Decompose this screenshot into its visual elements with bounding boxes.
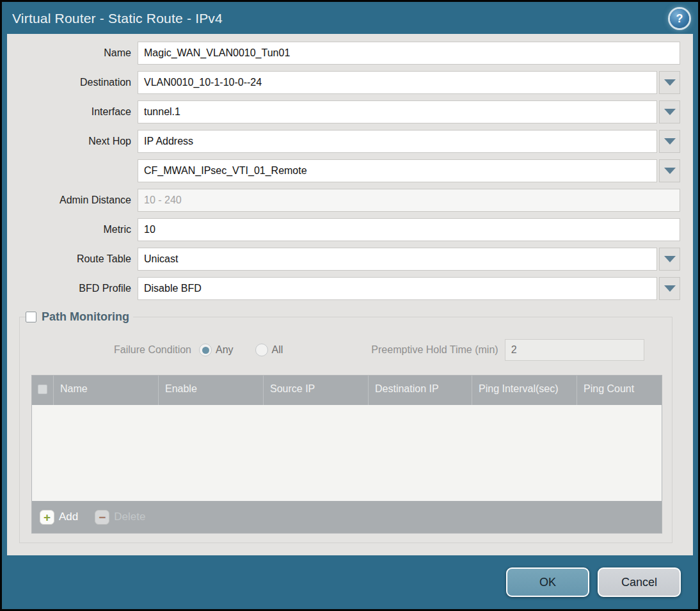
form-row-destination: Destination [7, 71, 680, 94]
interface-dropdown-button[interactable] [659, 100, 680, 123]
path-monitoring-table: Name Enable Source IP Destination IP Pin… [31, 375, 662, 534]
form-row-interface: Interface [7, 100, 680, 123]
form-row-next-hop: Next Hop [7, 130, 680, 153]
add-button[interactable]: + Add [40, 510, 78, 525]
table-toolbar: + Add − Delete [32, 501, 662, 533]
chevron-down-icon [664, 138, 676, 145]
dialog-footer: OK Cancel [2, 555, 698, 609]
failure-condition-label: Failure Condition [25, 344, 199, 356]
chevron-down-icon [664, 168, 676, 174]
next-hop-label: Next Hop [7, 136, 138, 147]
bfd-profile-input[interactable] [138, 277, 657, 300]
bfd-profile-label: BFD Profile [7, 283, 138, 294]
bfd-profile-dropdown-button[interactable] [659, 277, 680, 300]
select-all-checkbox [38, 385, 47, 394]
ok-button[interactable]: OK [506, 567, 589, 597]
metric-label: Metric [7, 224, 138, 235]
dialog-window: Virtual Router - Static Route - IPv4 ? N… [0, 0, 700, 611]
destination-input[interactable] [138, 71, 657, 94]
chevron-down-icon [664, 285, 676, 292]
delete-button: − Delete [95, 510, 145, 525]
path-monitoring-title: Path Monitoring [42, 310, 129, 324]
form-row-metric: Metric [7, 218, 680, 241]
failure-condition-all-option: All [255, 344, 283, 356]
form-row-route-table: Route Table [7, 248, 680, 271]
metric-input[interactable] [138, 218, 680, 241]
column-header-enable: Enable [159, 376, 264, 405]
admin-distance-label: Admin Distance [7, 194, 138, 206]
route-table-label: Route Table [7, 253, 138, 265]
preemptive-hold-time-label: Preemptive Hold Time (min) [371, 344, 504, 356]
chevron-down-icon [664, 79, 676, 86]
interface-input[interactable] [138, 100, 657, 123]
interface-label: Interface [7, 106, 138, 118]
dialog-content: Name Destination Interface Next Hop [7, 34, 693, 555]
form-row-next-hop-address [7, 159, 680, 182]
name-input[interactable] [138, 42, 680, 65]
route-table-dropdown-button[interactable] [659, 248, 680, 271]
form-row-name: Name [7, 42, 680, 65]
radio-any-icon [199, 344, 212, 356]
cancel-button[interactable]: Cancel [598, 567, 681, 597]
table-header: Name Enable Source IP Destination IP Pin… [32, 376, 662, 405]
radio-all-label: All [272, 344, 283, 356]
form-row-admin-distance: Admin Distance [7, 189, 680, 212]
next-hop-dropdown-button[interactable] [659, 130, 680, 153]
add-button-label: Add [59, 511, 78, 523]
help-icon[interactable]: ? [670, 9, 689, 28]
path-monitoring-legend: Path Monitoring [26, 310, 133, 324]
delete-icon: − [95, 510, 109, 525]
admin-distance-input[interactable] [138, 189, 680, 212]
preemptive-hold-time-input [505, 339, 644, 361]
column-header-ping-interval: Ping Interval(sec) [472, 376, 577, 405]
delete-button-label: Delete [114, 511, 145, 523]
failure-condition-row: Failure Condition Any All Preemptive Hol… [25, 339, 662, 361]
add-icon: + [40, 510, 54, 525]
table-body-empty [32, 405, 662, 501]
radio-all-icon [255, 344, 268, 356]
route-table-input[interactable] [138, 248, 657, 271]
next-hop-address-dropdown-button[interactable] [659, 159, 680, 182]
next-hop-type-input[interactable] [138, 130, 657, 153]
path-monitoring-checkbox[interactable] [26, 312, 36, 322]
column-header-source-ip: Source IP [264, 376, 369, 405]
title-bar: Virtual Router - Static Route - IPv4 ? [2, 2, 698, 34]
dialog-title: Virtual Router - Static Route - IPv4 [12, 11, 223, 26]
table-select-all-cell [32, 376, 54, 405]
chevron-down-icon [664, 256, 676, 262]
next-hop-address-input[interactable] [138, 159, 657, 182]
path-monitoring-section: Path Monitoring Failure Condition Any Al… [19, 310, 672, 543]
failure-condition-any-option: Any [199, 344, 234, 356]
destination-dropdown-button[interactable] [659, 71, 680, 94]
name-label: Name [7, 47, 138, 59]
radio-any-label: Any [216, 344, 234, 356]
column-header-name: Name [54, 376, 159, 405]
destination-label: Destination [7, 77, 138, 88]
column-header-destination-ip: Destination IP [369, 376, 472, 405]
chevron-down-icon [664, 109, 676, 115]
column-header-ping-count: Ping Count [577, 376, 662, 405]
form-row-bfd-profile: BFD Profile [7, 277, 680, 300]
